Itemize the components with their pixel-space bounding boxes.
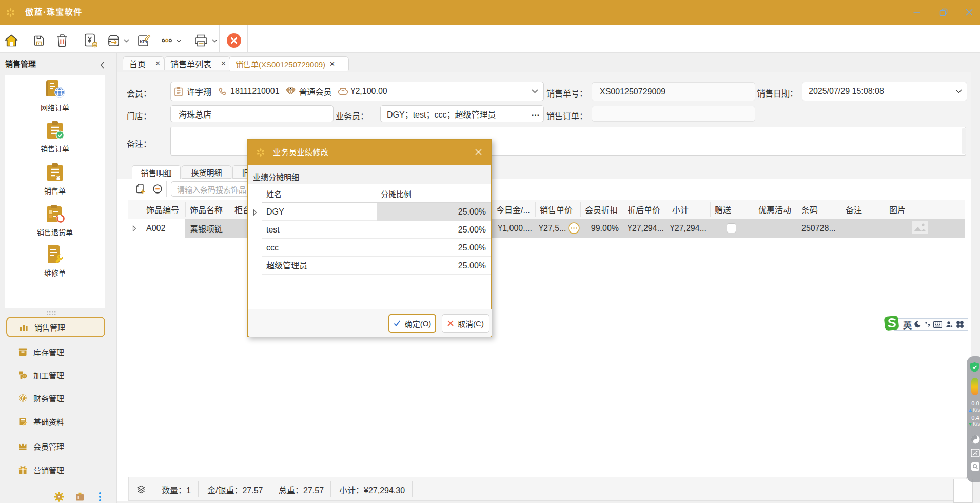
- svg-text:¥: ¥: [56, 174, 61, 182]
- svg-text:¥: ¥: [21, 395, 24, 401]
